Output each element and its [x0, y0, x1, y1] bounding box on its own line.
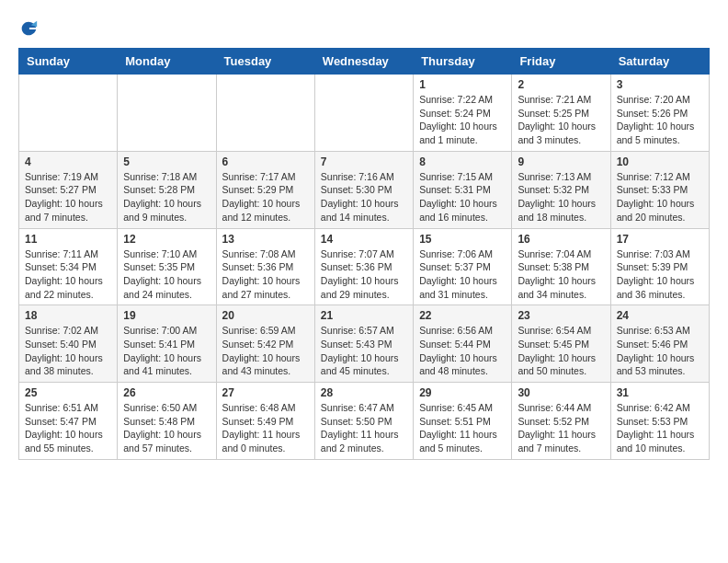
calendar-day-header: Monday: [118, 49, 216, 75]
day-number: 19: [123, 309, 210, 322]
calendar-cell: 22Sunrise: 6:56 AM Sunset: 5:44 PM Dayli…: [414, 305, 512, 383]
calendar-table: SundayMondayTuesdayWednesdayThursdayFrid…: [18, 48, 710, 460]
day-number: 9: [518, 155, 604, 168]
calendar-week-row: 11Sunrise: 7:11 AM Sunset: 5:34 PM Dayli…: [19, 228, 710, 305]
day-info: Sunrise: 7:18 AM Sunset: 5:28 PM Dayligh…: [123, 170, 210, 224]
calendar-cell: 11Sunrise: 7:11 AM Sunset: 5:34 PM Dayli…: [19, 228, 118, 305]
generalblue-logo-icon: [18, 18, 39, 39]
day-number: 3: [617, 78, 703, 91]
calendar-cell: 18Sunrise: 7:02 AM Sunset: 5:40 PM Dayli…: [19, 305, 118, 383]
day-number: 6: [222, 155, 309, 168]
day-number: 21: [321, 309, 407, 322]
calendar-cell: 21Sunrise: 6:57 AM Sunset: 5:43 PM Dayli…: [314, 305, 413, 383]
day-number: 8: [419, 155, 506, 168]
day-info: Sunrise: 7:02 AM Sunset: 5:40 PM Dayligh…: [25, 324, 111, 378]
calendar-cell: [118, 75, 216, 152]
calendar-cell: 19Sunrise: 7:00 AM Sunset: 5:41 PM Dayli…: [118, 305, 216, 383]
calendar-cell: 31Sunrise: 6:42 AM Sunset: 5:53 PM Dayli…: [610, 383, 709, 460]
calendar-cell: 14Sunrise: 7:07 AM Sunset: 5:36 PM Dayli…: [314, 228, 413, 305]
day-info: Sunrise: 6:54 AM Sunset: 5:45 PM Dayligh…: [518, 324, 604, 378]
day-number: 24: [617, 309, 703, 322]
day-number: 20: [222, 309, 309, 322]
calendar-cell: 23Sunrise: 6:54 AM Sunset: 5:45 PM Dayli…: [512, 305, 610, 383]
day-number: 12: [123, 233, 210, 246]
day-info: Sunrise: 7:10 AM Sunset: 5:35 PM Dayligh…: [123, 247, 210, 302]
day-info: Sunrise: 6:56 AM Sunset: 5:44 PM Dayligh…: [419, 324, 506, 378]
calendar-day-header: Thursday: [414, 49, 512, 75]
calendar-cell: 12Sunrise: 7:10 AM Sunset: 5:35 PM Dayli…: [118, 228, 216, 305]
calendar-cell: 2Sunrise: 7:21 AM Sunset: 5:25 PM Daylig…: [512, 75, 610, 152]
calendar-cell: 6Sunrise: 7:17 AM Sunset: 5:29 PM Daylig…: [216, 151, 314, 228]
calendar-cell: 7Sunrise: 7:16 AM Sunset: 5:30 PM Daylig…: [314, 151, 413, 228]
day-info: Sunrise: 7:22 AM Sunset: 5:24 PM Dayligh…: [419, 93, 506, 147]
calendar-cell: 1Sunrise: 7:22 AM Sunset: 5:24 PM Daylig…: [414, 75, 512, 152]
calendar-cell: [314, 75, 413, 152]
day-number: 10: [617, 155, 703, 168]
calendar-cell: 28Sunrise: 6:47 AM Sunset: 5:50 PM Dayli…: [314, 383, 413, 460]
calendar-cell: 26Sunrise: 6:50 AM Sunset: 5:48 PM Dayli…: [118, 383, 216, 460]
day-info: Sunrise: 7:21 AM Sunset: 5:25 PM Dayligh…: [518, 93, 604, 147]
day-info: Sunrise: 6:48 AM Sunset: 5:49 PM Dayligh…: [222, 401, 309, 455]
calendar-cell: 17Sunrise: 7:03 AM Sunset: 5:39 PM Dayli…: [610, 228, 709, 305]
day-info: Sunrise: 6:53 AM Sunset: 5:46 PM Dayligh…: [617, 324, 703, 378]
day-info: Sunrise: 6:57 AM Sunset: 5:43 PM Dayligh…: [321, 324, 407, 378]
calendar-week-row: 18Sunrise: 7:02 AM Sunset: 5:40 PM Dayli…: [19, 305, 710, 383]
day-info: Sunrise: 6:59 AM Sunset: 5:42 PM Dayligh…: [222, 324, 309, 378]
calendar-cell: 20Sunrise: 6:59 AM Sunset: 5:42 PM Dayli…: [216, 305, 314, 383]
day-number: 26: [123, 386, 210, 399]
calendar-header-row: SundayMondayTuesdayWednesdayThursdayFrid…: [19, 49, 710, 75]
day-info: Sunrise: 6:45 AM Sunset: 5:51 PM Dayligh…: [419, 401, 506, 455]
calendar-cell: 25Sunrise: 6:51 AM Sunset: 5:47 PM Dayli…: [19, 383, 118, 460]
day-number: 29: [419, 386, 506, 399]
day-number: 16: [518, 233, 604, 246]
day-number: 7: [321, 155, 407, 168]
calendar-day-header: Friday: [512, 49, 610, 75]
day-number: 28: [321, 386, 407, 399]
calendar-cell: 9Sunrise: 7:13 AM Sunset: 5:32 PM Daylig…: [512, 151, 610, 228]
day-number: 5: [123, 155, 210, 168]
day-info: Sunrise: 7:04 AM Sunset: 5:38 PM Dayligh…: [518, 247, 604, 302]
header: [18, 18, 710, 39]
day-info: Sunrise: 7:00 AM Sunset: 5:41 PM Dayligh…: [123, 324, 210, 378]
calendar-cell: [19, 75, 118, 152]
day-number: 17: [617, 233, 703, 246]
day-number: 31: [617, 386, 703, 399]
day-info: Sunrise: 7:16 AM Sunset: 5:30 PM Dayligh…: [321, 170, 407, 224]
calendar-week-row: 1Sunrise: 7:22 AM Sunset: 5:24 PM Daylig…: [19, 75, 710, 152]
calendar-week-row: 25Sunrise: 6:51 AM Sunset: 5:47 PM Dayli…: [19, 383, 710, 460]
day-info: Sunrise: 7:03 AM Sunset: 5:39 PM Dayligh…: [617, 247, 703, 302]
calendar-cell: 30Sunrise: 6:44 AM Sunset: 5:52 PM Dayli…: [512, 383, 610, 460]
calendar-day-header: Wednesday: [314, 49, 413, 75]
day-number: 2: [518, 78, 604, 91]
logo: [18, 18, 42, 39]
day-info: Sunrise: 7:07 AM Sunset: 5:36 PM Dayligh…: [321, 247, 407, 302]
day-info: Sunrise: 6:44 AM Sunset: 5:52 PM Dayligh…: [518, 401, 604, 455]
day-number: 15: [419, 233, 506, 246]
day-number: 1: [419, 78, 506, 91]
day-info: Sunrise: 7:08 AM Sunset: 5:36 PM Dayligh…: [222, 247, 309, 302]
calendar-cell: 15Sunrise: 7:06 AM Sunset: 5:37 PM Dayli…: [414, 228, 512, 305]
calendar-cell: 10Sunrise: 7:12 AM Sunset: 5:33 PM Dayli…: [610, 151, 709, 228]
calendar-day-header: Tuesday: [216, 49, 314, 75]
day-number: 4: [25, 155, 111, 168]
day-number: 23: [518, 309, 604, 322]
day-number: 22: [419, 309, 506, 322]
calendar-cell: 4Sunrise: 7:19 AM Sunset: 5:27 PM Daylig…: [19, 151, 118, 228]
day-info: Sunrise: 7:15 AM Sunset: 5:31 PM Dayligh…: [419, 170, 506, 224]
calendar-cell: 16Sunrise: 7:04 AM Sunset: 5:38 PM Dayli…: [512, 228, 610, 305]
calendar-week-row: 4Sunrise: 7:19 AM Sunset: 5:27 PM Daylig…: [19, 151, 710, 228]
calendar-cell: 29Sunrise: 6:45 AM Sunset: 5:51 PM Dayli…: [414, 383, 512, 460]
day-info: Sunrise: 6:50 AM Sunset: 5:48 PM Dayligh…: [123, 401, 210, 455]
day-info: Sunrise: 6:42 AM Sunset: 5:53 PM Dayligh…: [617, 401, 703, 455]
day-number: 13: [222, 233, 309, 246]
day-info: Sunrise: 7:11 AM Sunset: 5:34 PM Dayligh…: [25, 247, 111, 302]
day-info: Sunrise: 7:06 AM Sunset: 5:37 PM Dayligh…: [419, 247, 506, 302]
calendar-day-header: Sunday: [19, 49, 118, 75]
calendar-cell: [216, 75, 314, 152]
day-number: 18: [25, 309, 111, 322]
day-info: Sunrise: 7:12 AM Sunset: 5:33 PM Dayligh…: [617, 170, 703, 224]
calendar-day-header: Saturday: [610, 49, 709, 75]
day-number: 25: [25, 386, 111, 399]
calendar-cell: 24Sunrise: 6:53 AM Sunset: 5:46 PM Dayli…: [610, 305, 709, 383]
calendar-cell: 13Sunrise: 7:08 AM Sunset: 5:36 PM Dayli…: [216, 228, 314, 305]
